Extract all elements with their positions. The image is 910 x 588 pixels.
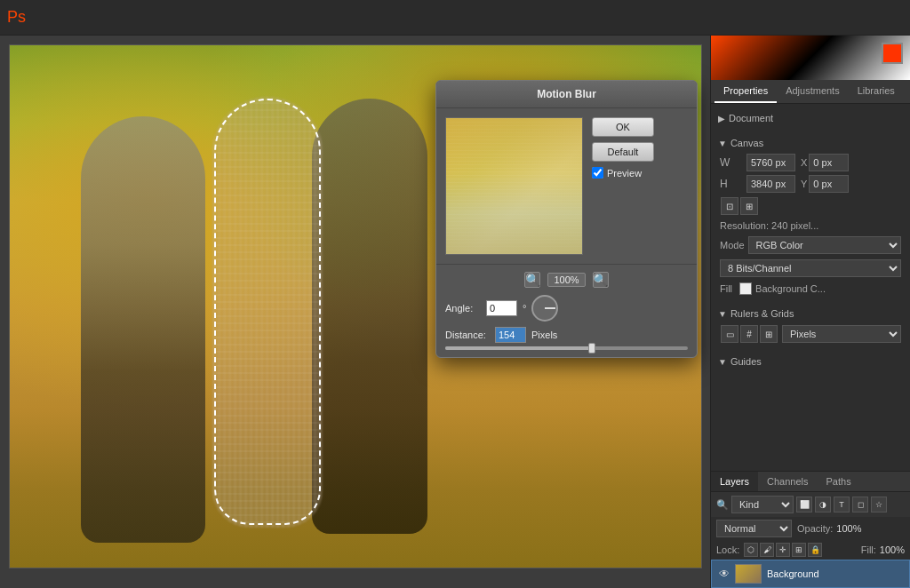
tab-libraries[interactable]: Libraries (849, 80, 904, 103)
mode-label: Mode (720, 240, 745, 250)
motion-blur-dialog: Motion Blur OK Default Preview (435, 80, 698, 358)
right-panel: Properties Adjustments Libraries ▶ Docum… (710, 36, 910, 588)
y-input[interactable] (809, 175, 849, 193)
layer-name-label: Background (767, 568, 819, 579)
rulers-unit-dropdown[interactable]: Pixels Inches Centimeters (782, 325, 901, 343)
preview-checkbox[interactable] (592, 167, 603, 179)
properties-tabs: Properties Adjustments Libraries (711, 80, 910, 104)
angle-dial[interactable] (531, 295, 558, 322)
dialog-title: Motion Blur (537, 88, 596, 100)
document-label: Document (729, 113, 773, 123)
canvas-arrow-icon: ▼ (718, 139, 727, 148)
blend-opacity-row: Normal Multiply Screen Overlay Opacity: … (711, 517, 910, 540)
width-label: W (720, 156, 746, 169)
rulers-controls-row: ▭ # ⊞ Pixels Inches Centimeters (716, 322, 905, 346)
layer-adjustment-filter-btn[interactable]: ◑ (815, 497, 831, 513)
zoom-in-button[interactable]: 🔍 (593, 272, 609, 288)
lock-artboard-btn[interactable]: ⊞ (792, 543, 806, 557)
canvas-section-header[interactable]: ▼ Canvas (716, 134, 905, 152)
tab-layers[interactable]: Layers (711, 472, 758, 491)
distance-row: Distance: Pixels (445, 327, 688, 343)
angle-label: Angle: (445, 303, 481, 314)
layer-type-filter-btn[interactable]: T (834, 497, 850, 513)
dialog-bottom: 🔍 100% 🔍 Angle: ° Distance: Pixels (436, 264, 697, 357)
constraint-icons-row: ⊡ ⊞ (716, 195, 905, 218)
layer-shape-filter-btn[interactable]: ◻ (852, 497, 868, 513)
distance-input[interactable] (495, 327, 526, 343)
mode-row: Mode RGB Color (716, 234, 905, 257)
main-layout: Motion Blur OK Default Preview (0, 36, 910, 588)
guides-label: Guides (730, 356, 762, 367)
grid-icon-btn[interactable]: # (740, 325, 758, 343)
layer-thumbnail (735, 564, 762, 584)
guides-section-header[interactable]: ▼ Guides (716, 353, 905, 370)
guides-section: ▼ Guides (716, 353, 905, 370)
dialog-controls: OK Default Preview (592, 117, 688, 255)
angle-input[interactable] (486, 300, 517, 316)
x-input[interactable] (809, 154, 849, 171)
ruler-icon-btn[interactable]: ▭ (721, 325, 738, 343)
width-input[interactable] (746, 154, 795, 171)
lock-paint-btn[interactable]: 🖌 (760, 543, 774, 557)
opacity-label: Opacity: (797, 523, 833, 534)
layer-visibility-toggle[interactable]: 👁 (717, 567, 731, 581)
ok-button[interactable]: OK (592, 117, 654, 137)
resolution-text: Resolution: 240 pixel... (716, 218, 905, 234)
fill-color-swatch[interactable] (739, 282, 752, 295)
fill-value-text: Background C... (755, 283, 826, 294)
fill-percent-value: 100% (880, 544, 905, 555)
guides-arrow-icon: ▼ (718, 357, 727, 367)
selection-overlay (214, 99, 321, 525)
person-left-figure (81, 116, 205, 543)
rulers-section: ▼ Rulers & Grids ▭ # ⊞ Pixels Inches Cen… (716, 305, 905, 346)
preview-label: Preview (607, 168, 642, 179)
kind-dropdown[interactable]: Kind (731, 496, 794, 513)
tab-channels[interactable]: Channels (758, 472, 817, 491)
lock-label: Lock: (716, 544, 739, 555)
distance-unit: Pixels (531, 330, 557, 340)
tab-paths[interactable]: Paths (818, 472, 860, 491)
layer-background-item[interactable]: 👁 Background (711, 560, 910, 588)
fill-row: Fill Background C... (716, 280, 905, 298)
lock-position-btn[interactable]: ✛ (776, 543, 790, 557)
height-input[interactable] (746, 175, 795, 193)
person-right-figure (312, 99, 427, 534)
x-label: X (801, 157, 807, 168)
document-section-header[interactable]: ▶ Document (716, 109, 905, 127)
rulers-section-header[interactable]: ▼ Rulers & Grids (716, 305, 905, 322)
document-arrow-icon: ▶ (718, 114, 725, 123)
fill-percent-label: Fill: (861, 544, 876, 555)
default-button[interactable]: Default (592, 142, 654, 162)
lock-transparent-btn[interactable]: ⬡ (744, 543, 758, 557)
angle-unit: ° (523, 303, 526, 314)
zoom-row: 🔍 100% 🔍 (445, 272, 688, 288)
canvas-label: Canvas (730, 138, 763, 148)
tab-properties[interactable]: Properties (714, 80, 777, 103)
grid2-icon-btn[interactable]: ⊞ (760, 325, 778, 343)
fill-image-button[interactable]: ⊞ (740, 197, 758, 215)
fit-image-button[interactable]: ⊡ (721, 197, 738, 215)
rulers-arrow-icon: ▼ (718, 309, 727, 319)
zoom-value: 100% (547, 273, 585, 287)
lock-all-btn[interactable]: 🔒 (808, 543, 822, 557)
tab-adjustments[interactable]: Adjustments (777, 80, 849, 103)
properties-content: ▶ Document ▼ Canvas W X H (711, 104, 910, 471)
opacity-value: 100% (836, 523, 861, 534)
search-icon: 🔍 (716, 499, 729, 511)
app-logo-icon: Ps (7, 8, 26, 27)
foreground-color-swatch[interactable] (882, 43, 903, 64)
mode-dropdown[interactable]: RGB Color (748, 236, 901, 254)
distance-slider-thumb (588, 343, 595, 354)
distance-slider[interactable] (445, 346, 688, 350)
width-row: W X (716, 152, 905, 173)
preview-leaves-bg (446, 118, 582, 254)
distance-slider-fill (445, 346, 591, 350)
zoom-out-button[interactable]: 🔍 (524, 272, 540, 288)
blend-mode-dropdown[interactable]: Normal Multiply Screen Overlay (716, 520, 792, 537)
layers-panel: Layers Channels Paths 🔍 Kind ⬜ ◑ T ◻ ☆ N… (711, 471, 910, 588)
height-label: H (720, 178, 746, 190)
layer-smart-filter-btn[interactable]: ☆ (871, 497, 887, 513)
bits-channel-dropdown[interactable]: 8 Bits/Channel 16 Bits/Channel 32 Bits/C… (720, 259, 901, 277)
layer-pixel-filter-btn[interactable]: ⬜ (796, 497, 812, 513)
color-picker-area (711, 36, 910, 80)
